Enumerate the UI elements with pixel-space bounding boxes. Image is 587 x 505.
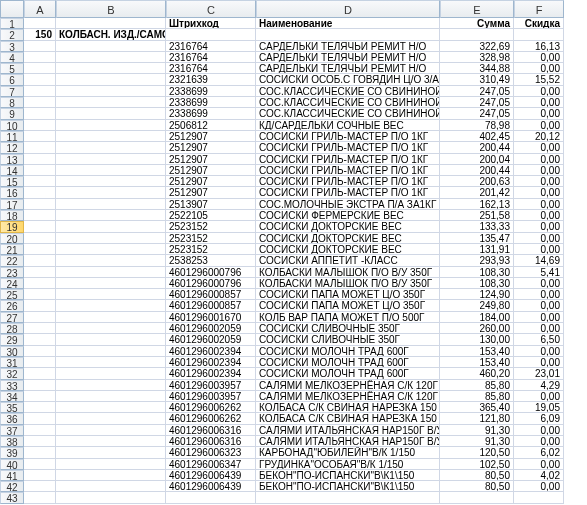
barcode-cell[interactable]: 4601296006262 <box>166 413 256 424</box>
discount-cell[interactable]: 5,41 <box>514 267 564 278</box>
row-header[interactable]: 29 <box>0 334 24 345</box>
cell[interactable] <box>24 210 56 221</box>
discount-cell[interactable]: 0,00 <box>514 97 564 108</box>
cell[interactable] <box>24 492 56 503</box>
cell[interactable] <box>24 436 56 447</box>
sum-cell[interactable]: 460,20 <box>440 368 514 379</box>
cell[interactable] <box>24 380 56 391</box>
discount-cell[interactable]: 4,29 <box>514 380 564 391</box>
discount-cell[interactable]: 20,12 <box>514 131 564 142</box>
cell[interactable] <box>24 63 56 74</box>
sum-cell[interactable]: 247,05 <box>440 97 514 108</box>
cell[interactable] <box>24 41 56 52</box>
sum-cell[interactable]: 322,69 <box>440 41 514 52</box>
header-cell[interactable]: Скидка <box>514 18 564 29</box>
cell[interactable] <box>514 492 564 503</box>
cell[interactable] <box>56 86 166 97</box>
cell[interactable] <box>56 334 166 345</box>
cell[interactable] <box>24 391 56 402</box>
row-header[interactable]: 5 <box>0 63 24 74</box>
barcode-cell[interactable]: 4601296006316 <box>166 436 256 447</box>
barcode-cell[interactable]: 4601296002059 <box>166 323 256 334</box>
cell[interactable] <box>166 29 256 40</box>
cell[interactable] <box>56 300 166 311</box>
discount-cell[interactable]: 0,00 <box>514 459 564 470</box>
cell[interactable] <box>56 97 166 108</box>
cell[interactable] <box>56 447 166 458</box>
cell[interactable] <box>56 165 166 176</box>
cell[interactable] <box>24 233 56 244</box>
barcode-cell[interactable]: 4601296000796 <box>166 267 256 278</box>
barcode-cell[interactable]: 2338699 <box>166 86 256 97</box>
sum-cell[interactable]: 200,44 <box>440 142 514 153</box>
discount-cell[interactable]: 0,00 <box>514 289 564 300</box>
cell[interactable] <box>24 86 56 97</box>
barcode-cell[interactable]: 2538253 <box>166 255 256 266</box>
sum-cell[interactable]: 402,45 <box>440 131 514 142</box>
spreadsheet-grid[interactable]: ABCDEF1ШтрихкодНаименованиеСуммаСкидка21… <box>0 0 587 504</box>
sum-cell[interactable]: 249,80 <box>440 300 514 311</box>
row-header[interactable]: 30 <box>0 346 24 357</box>
cell[interactable] <box>24 131 56 142</box>
row-header[interactable]: 11 <box>0 131 24 142</box>
discount-cell[interactable]: 0,00 <box>514 481 564 492</box>
name-cell[interactable]: КАРБОНАД"ЮБИЛЕЙН"В/К 1/150 <box>256 447 440 458</box>
cell[interactable] <box>24 221 56 232</box>
row-header[interactable]: 32 <box>0 368 24 379</box>
name-cell[interactable]: СОСИСКИ ГРИЛЬ-МАСТЕР П/О 1КГ <box>256 187 440 198</box>
cell[interactable] <box>24 459 56 470</box>
cell[interactable] <box>440 29 514 40</box>
cell[interactable] <box>56 267 166 278</box>
cell[interactable] <box>24 108 56 119</box>
cell[interactable] <box>56 481 166 492</box>
discount-cell[interactable]: 0,00 <box>514 278 564 289</box>
barcode-cell[interactable]: 4601296002394 <box>166 368 256 379</box>
cell[interactable] <box>56 41 166 52</box>
row-header[interactable]: 6 <box>0 74 24 85</box>
row-header[interactable]: 37 <box>0 425 24 436</box>
sum-cell[interactable]: 85,80 <box>440 391 514 402</box>
cell[interactable] <box>56 154 166 165</box>
cell[interactable] <box>440 492 514 503</box>
cell[interactable] <box>24 244 56 255</box>
discount-cell[interactable]: 4,02 <box>514 470 564 481</box>
sum-cell[interactable]: 328,98 <box>440 52 514 63</box>
sum-cell[interactable]: 80,50 <box>440 470 514 481</box>
cell[interactable] <box>24 289 56 300</box>
row-header[interactable]: 43 <box>0 492 24 503</box>
name-cell[interactable]: САЛЯМИ ИТАЛЬЯНСКАЯ НАР150Г В/У <box>256 425 440 436</box>
cell[interactable] <box>24 267 56 278</box>
row-header[interactable]: 12 <box>0 142 24 153</box>
sum-cell[interactable]: 344,88 <box>440 63 514 74</box>
cell[interactable] <box>256 492 440 503</box>
discount-cell[interactable]: 0,00 <box>514 221 564 232</box>
cell[interactable] <box>24 323 56 334</box>
sum-cell[interactable]: 102,50 <box>440 459 514 470</box>
row-header[interactable]: 18 <box>0 210 24 221</box>
cell[interactable] <box>24 470 56 481</box>
barcode-cell[interactable]: 2512907 <box>166 165 256 176</box>
sum-cell[interactable]: 184,00 <box>440 312 514 323</box>
name-cell[interactable]: КОЛБАСА С/К СВИНАЯ НАРЕЗКА 150 <box>256 413 440 424</box>
discount-cell[interactable]: 0,00 <box>514 176 564 187</box>
cell[interactable] <box>56 368 166 379</box>
col-header-A[interactable]: A <box>24 0 56 18</box>
discount-cell[interactable]: 0,00 <box>514 391 564 402</box>
barcode-cell[interactable]: 4601296001670 <box>166 312 256 323</box>
cell[interactable] <box>24 187 56 198</box>
row-header[interactable]: 36 <box>0 413 24 424</box>
discount-cell[interactable]: 0,00 <box>514 436 564 447</box>
barcode-cell[interactable]: 2316764 <box>166 41 256 52</box>
sum-cell[interactable]: 121,80 <box>440 413 514 424</box>
barcode-cell[interactable]: 4601296000796 <box>166 278 256 289</box>
sum-cell[interactable]: 78,98 <box>440 120 514 131</box>
row-header[interactable]: 17 <box>0 199 24 210</box>
discount-cell[interactable]: 0,00 <box>514 233 564 244</box>
barcode-cell[interactable]: 2338699 <box>166 108 256 119</box>
cell[interactable] <box>56 470 166 481</box>
select-all-corner[interactable] <box>0 0 24 18</box>
name-cell[interactable]: СОСИСКИ ПАПА МОЖЕТ Ц/О 350Г <box>256 300 440 311</box>
sum-cell[interactable]: 131,91 <box>440 244 514 255</box>
barcode-cell[interactable]: 2338699 <box>166 97 256 108</box>
cell[interactable] <box>56 425 166 436</box>
